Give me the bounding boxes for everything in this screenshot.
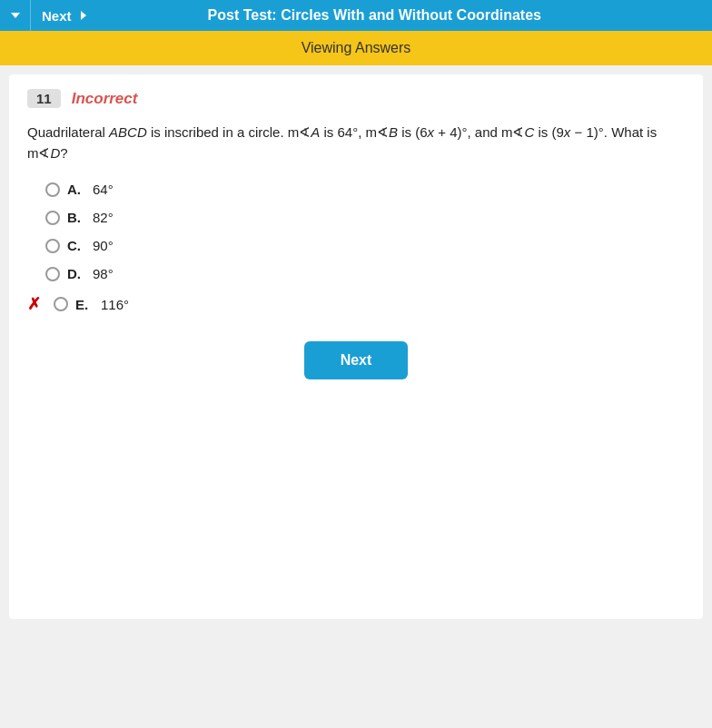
top-nav: Next Post Test: Circles With and Without…: [0, 0, 712, 31]
option-letter-c: C.: [67, 238, 85, 253]
option-value-e: 116°: [101, 297, 129, 312]
next-button[interactable]: Next: [304, 341, 409, 379]
option-item-d: D. 98°: [45, 266, 685, 281]
svg-marker-0: [11, 13, 20, 18]
option-value-b: 82°: [93, 210, 114, 225]
svg-marker-1: [81, 11, 86, 20]
next-button-container: Next: [27, 341, 685, 379]
dropdown-button[interactable]: [0, 0, 31, 31]
option-radio-d[interactable]: [45, 267, 60, 281]
option-letter-e: E.: [75, 297, 94, 312]
question-header: 11 Incorrect: [27, 89, 685, 108]
option-radio-a[interactable]: [45, 182, 60, 197]
viewing-answers-text: Viewing Answers: [302, 40, 411, 56]
main-content: 11 Incorrect Quadrilateral ABCD is inscr…: [9, 74, 703, 619]
arrow-right-icon: [77, 9, 90, 22]
option-letter-b: B.: [67, 210, 85, 225]
question-status: Incorrect: [72, 90, 138, 108]
page-title: Post Test: Circles With and Without Coor…: [101, 7, 712, 24]
option-value-c: 90°: [93, 238, 114, 253]
option-radio-e[interactable]: [54, 297, 68, 311]
option-item-c: C. 90°: [45, 238, 685, 253]
viewing-answers-bar: Viewing Answers: [0, 31, 712, 65]
option-value-a: 64°: [93, 182, 114, 197]
option-letter-a: A.: [67, 182, 85, 197]
option-radio-c[interactable]: [45, 239, 60, 253]
option-letter-d: D.: [67, 266, 85, 281]
wrong-x-icon: ✗: [27, 294, 41, 314]
question-text: Quadrilateral ABCD is inscribed in a cir…: [27, 123, 685, 163]
option-item-b: B. 82°: [45, 210, 685, 225]
nav-next-button[interactable]: Next: [31, 0, 101, 31]
nav-next-label: Next: [42, 8, 72, 24]
option-item-e: ✗ E. 116°: [45, 294, 685, 314]
options-list: A. 64° B. 82° C. 90° D. 98° ✗ E. 116°: [45, 182, 685, 314]
option-item-a: A. 64°: [45, 182, 685, 197]
question-number: 11: [27, 89, 61, 108]
option-radio-b[interactable]: [45, 211, 60, 225]
option-value-d: 98°: [93, 266, 114, 281]
chevron-down-icon: [9, 9, 22, 22]
